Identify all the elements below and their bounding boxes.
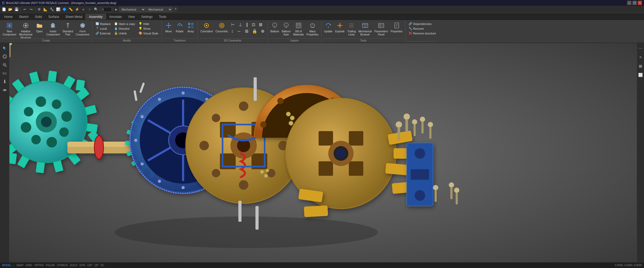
tab-home[interactable]: Home bbox=[1, 14, 16, 20]
sidebar-zoom-button[interactable] bbox=[1, 61, 9, 69]
help-button[interactable]: ? bbox=[173, 7, 178, 12]
mechanical-browser-button[interactable]: MechanicalBrowser bbox=[357, 22, 373, 38]
properties-button[interactable]: Properties bbox=[390, 22, 404, 38]
qa-btn-7[interactable]: 🔧 bbox=[49, 7, 55, 12]
tab-solid[interactable]: Solid bbox=[32, 14, 45, 20]
open-button[interactable]: Open bbox=[34, 22, 45, 38]
new-file-button[interactable]: 📄 bbox=[1, 7, 7, 12]
new-component-button[interactable]: NewComponent bbox=[2, 22, 17, 38]
tab-settings[interactable]: Settings bbox=[138, 14, 156, 20]
qa-btn-11[interactable]: ⚡ bbox=[74, 7, 80, 12]
minimize-button[interactable]: ─ bbox=[627, 1, 631, 5]
sidebar-formula-button[interactable]: f(x) bbox=[1, 69, 9, 77]
dependencies-icon: 🔗 bbox=[409, 22, 412, 25]
constraint-6[interactable]: ↕ bbox=[230, 28, 235, 34]
sidebar-pin-button[interactable] bbox=[1, 78, 9, 86]
external-button[interactable]: 🔗 External bbox=[94, 31, 112, 35]
mass-properties-button[interactable]: MassProperties bbox=[305, 22, 320, 38]
explode-button[interactable]: Explode bbox=[334, 22, 346, 38]
show-button[interactable]: 💡 Show bbox=[137, 26, 160, 31]
bill-materials-button[interactable]: Bill ofMaterials bbox=[292, 22, 305, 38]
tab-sketch[interactable]: Sketch bbox=[16, 14, 32, 20]
constraint-5[interactable]: ⊠ bbox=[257, 22, 264, 28]
parameters-panel-button[interactable]: ParametersPanel bbox=[373, 22, 389, 38]
qa-btn-12[interactable]: 🔺 bbox=[80, 7, 86, 12]
local-button[interactable]: 📍 Local bbox=[94, 26, 112, 31]
workspace-dropdown-1[interactable]: Mechanical bbox=[119, 7, 145, 12]
zoom-input[interactable]: 0 bbox=[101, 7, 112, 12]
save-button[interactable]: 💾 bbox=[14, 7, 19, 12]
constraint-8[interactable]: ⊞ bbox=[243, 28, 250, 34]
qa-btn-5[interactable]: ⚙ bbox=[36, 7, 42, 12]
close-button[interactable]: ✕ bbox=[638, 1, 642, 5]
status-polar[interactable]: POLAR bbox=[46, 264, 55, 267]
status-dyn[interactable]: DYN bbox=[79, 264, 85, 267]
redo-button[interactable]: ↪ bbox=[28, 7, 34, 12]
update-button[interactable]: Update bbox=[323, 22, 334, 38]
qa-btn-14[interactable]: 🔍 bbox=[93, 7, 99, 12]
open-copy-button[interactable]: 📋 Open a copy bbox=[113, 22, 137, 26]
visual-style-button[interactable]: 🎨 Visual Style bbox=[137, 31, 160, 35]
sidebar-orbit-button[interactable] bbox=[1, 53, 9, 60]
status-qp[interactable]: QP bbox=[95, 264, 98, 267]
svg-rect-60 bbox=[379, 23, 384, 28]
move-button[interactable]: Move bbox=[163, 22, 174, 38]
status-sc[interactable]: SC bbox=[100, 264, 104, 267]
qa-btn-10[interactable]: 📏 bbox=[68, 7, 74, 12]
constraint-7[interactable]: ↔ bbox=[235, 28, 243, 34]
replace-button[interactable]: 🔄 Replace bbox=[94, 22, 112, 26]
unlink-button[interactable]: 🔓 Unlink bbox=[113, 31, 137, 35]
status-model[interactable]: MODEL bbox=[2, 264, 12, 267]
title-bar-controls[interactable]: ─ ❐ ✕ bbox=[627, 1, 642, 5]
tab-surface[interactable]: Surface bbox=[45, 14, 62, 20]
hide-button[interactable]: 💡 Hide bbox=[137, 22, 160, 26]
balloon-button[interactable]: 1 Balloon bbox=[269, 22, 280, 38]
trailing-lines-button[interactable]: TrailingLines bbox=[346, 22, 357, 38]
sidebar-layers-button[interactable]: ▦ bbox=[637, 62, 644, 70]
status-ducs[interactable]: DUCS bbox=[70, 264, 77, 267]
concentric-button[interactable]: Concentric bbox=[214, 22, 229, 38]
constraint-4[interactable]: ⊡ bbox=[250, 22, 257, 28]
standard-part-button[interactable]: StandardPart bbox=[61, 22, 74, 38]
rotate-button[interactable]: Rotate bbox=[174, 22, 185, 38]
form-component-button[interactable]: FormComponent bbox=[75, 22, 90, 38]
status-grid[interactable]: GRID bbox=[26, 264, 32, 267]
balloon-auto-button[interactable]: A BalloonAuto bbox=[281, 22, 291, 38]
coincident-button[interactable]: Coincident bbox=[199, 22, 214, 38]
workspace-dropdown-2[interactable]: Mechanical bbox=[146, 7, 172, 12]
open-file-button[interactable]: 📂 bbox=[7, 7, 13, 12]
insert-component-button[interactable]: InsertComponent bbox=[45, 22, 61, 38]
status-otrack[interactable]: OTRACK bbox=[57, 264, 68, 267]
qa-btn-8[interactable]: 📊 bbox=[55, 7, 61, 12]
qa-btn-13[interactable]: ○ bbox=[87, 7, 93, 12]
constraint-3[interactable]: ∥ bbox=[244, 22, 250, 28]
status-lwt[interactable]: LWT bbox=[87, 264, 92, 267]
constraint-2[interactable]: ⊥ bbox=[237, 22, 244, 28]
tab-view[interactable]: View bbox=[125, 14, 138, 20]
undo-button[interactable]: ↩ bbox=[22, 7, 28, 12]
tab-annotate[interactable]: Annotate bbox=[106, 14, 125, 20]
status-ortho[interactable]: ORTHO bbox=[34, 264, 44, 267]
sidebar-blocks-button[interactable]: ⬜ bbox=[637, 71, 644, 79]
tab-assembly[interactable]: Assembly bbox=[85, 14, 106, 20]
qa-btn-6[interactable]: 📐 bbox=[43, 7, 48, 12]
constraint-1[interactable]: ⊢ bbox=[230, 22, 237, 28]
array-button[interactable]: Array bbox=[185, 22, 196, 38]
constraint-9[interactable]: 🔒 bbox=[250, 28, 259, 34]
viewport[interactable] bbox=[9, 43, 637, 262]
constraint-10[interactable]: ⊗ bbox=[259, 28, 266, 34]
tab-tools[interactable]: Tools bbox=[156, 14, 169, 20]
dissolve-button[interactable]: 💧 Dissolve bbox=[113, 26, 137, 31]
tab-sheet-metal[interactable]: Sheet Metal bbox=[62, 14, 85, 20]
qa-btn-9[interactable]: 🔷 bbox=[62, 7, 67, 12]
sidebar-settings-button[interactable]: ≡ bbox=[637, 53, 644, 61]
sidebar-more-button[interactable]: ⋯ bbox=[637, 44, 644, 52]
initialize-mechanical-button[interactable]: Initialize MechanicalStructure bbox=[18, 22, 34, 38]
sidebar-cursor-button[interactable] bbox=[1, 44, 9, 52]
remove-structure-button[interactable]: ❌ Remove structure bbox=[407, 31, 437, 35]
status-snap[interactable]: SNAP bbox=[16, 264, 23, 267]
dependencies-button[interactable]: 🔗 Dependencies bbox=[407, 22, 437, 26]
restore-button[interactable]: ❐ bbox=[632, 1, 637, 5]
recover-button[interactable]: 🔧 Recover bbox=[407, 26, 437, 31]
sidebar-eye-button[interactable] bbox=[1, 86, 9, 94]
